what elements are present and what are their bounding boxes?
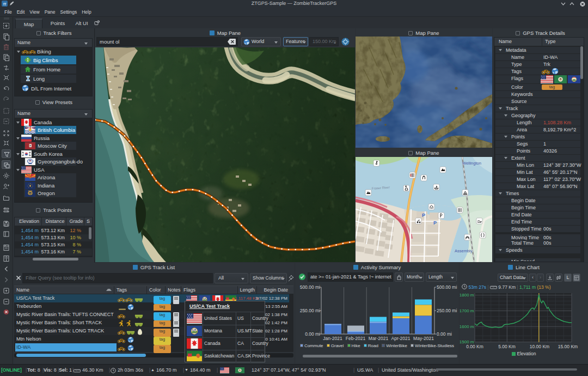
svg-text:0.00 mi: 0.00 mi (305, 331, 320, 337)
svg-text:Wellington: Wellington (462, 161, 481, 166)
svg-text:10.00 Km: 10.00 Km (530, 344, 549, 349)
svg-text:P: P (422, 213, 425, 218)
svg-text:Assembly: Assembly (455, 248, 473, 253)
svg-text:15.00 Km: 15.00 Km (558, 344, 578, 349)
svg-text:0.00 Km: 0.00 Km (466, 344, 483, 349)
svg-text:500.00 mi: 500.00 mi (300, 284, 320, 290)
svg-text:250.00 mi: 250.00 mi (437, 308, 457, 313)
svg-text:0.00 mi: 0.00 mi (437, 331, 452, 337)
svg-text:May-2021: May-2021 (413, 336, 434, 341)
svg-text:P: P (433, 220, 437, 226)
svg-text:Jan-2021: Jan-2021 (323, 336, 342, 341)
svg-text:1800 m: 1800 m (460, 293, 474, 298)
svg-text:Apr-2021: Apr-2021 (391, 336, 411, 341)
svg-text:Mar-2021: Mar-2021 (369, 336, 389, 341)
svg-text:500.00 mi: 500.00 mi (437, 284, 457, 290)
svg-text:1700 m: 1700 m (460, 308, 474, 313)
svg-text:Feb-2021: Feb-2021 (346, 336, 366, 341)
svg-text:5.00 Km: 5.00 Km (498, 344, 516, 349)
svg-text:1600 m: 1600 m (460, 324, 474, 329)
svg-text:250.00 mi: 250.00 mi (300, 308, 320, 313)
svg-text:ff: ff (3, 2, 7, 7)
svg-text:¢: ¢ (410, 173, 412, 177)
